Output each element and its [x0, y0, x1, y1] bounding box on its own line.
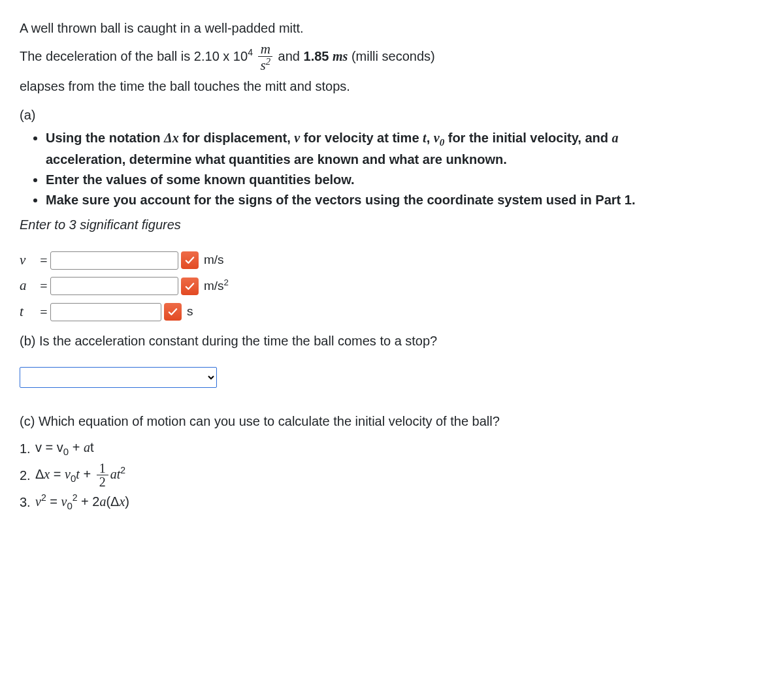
- time-unit-expl: (milli seconds): [348, 49, 434, 63]
- eq2-num: 2.: [20, 466, 35, 485]
- intro-line-3: elapses from the time the ball touches t…: [20, 76, 764, 96]
- bullet-2: Enter the values of some known quantitie…: [46, 170, 764, 189]
- half-fraction: 12: [97, 462, 108, 488]
- eq1-body: v = v0 + at: [35, 437, 94, 460]
- equation-list: 1. v = v0 + at 2. Δx = v0t + 12at2 3. v2…: [20, 437, 764, 514]
- part-b-select[interactable]: [20, 367, 217, 388]
- time-unit: ms: [333, 49, 348, 63]
- fraction-denominator: s2: [258, 56, 272, 72]
- eq3-body: v2 = v02 + 2a(Δx): [35, 491, 129, 513]
- equation-3: 3. v2 = v02 + 2a(Δx): [20, 491, 764, 513]
- part-b-prompt: (b) Is the acceleration constant during …: [20, 331, 764, 351]
- b1-v0: v0: [434, 131, 444, 145]
- bullet-3: Make sure you account for the signs of t…: [46, 191, 764, 210]
- equals-a: =: [38, 276, 50, 296]
- sig-fig-note: Enter to 3 significant figures: [20, 215, 764, 234]
- intro-and: and: [278, 49, 304, 63]
- intro-exponent: 4: [248, 47, 253, 57]
- b1-v: v: [294, 131, 300, 145]
- eq1-num: 1.: [20, 439, 35, 458]
- equals-v: =: [38, 251, 50, 270]
- intro-line-1: A well thrown ball is caught in a well-p…: [20, 18, 764, 38]
- unit-a: m/s2: [204, 276, 229, 296]
- equation-1: 1. v = v0 + at: [20, 437, 764, 460]
- b1-a: a: [612, 131, 619, 145]
- t-input[interactable]: [50, 303, 161, 321]
- input-row-t: t = s: [20, 302, 764, 323]
- b1-pre: Using the notation: [46, 131, 164, 145]
- label-a: a: [20, 276, 38, 296]
- part-b-select-wrap: [20, 366, 764, 388]
- b1-end: acceleration, determine what quantities …: [46, 152, 507, 167]
- equation-2: 2. Δx = v0t + 12at2: [20, 462, 764, 488]
- time-value: 1.85: [304, 49, 333, 63]
- b1-dx: Δx: [164, 131, 179, 145]
- b1-v0b: v: [434, 131, 440, 145]
- part-a-label: (a): [20, 105, 764, 125]
- b1-m4: for the initial velocity, and: [444, 131, 612, 145]
- check-icon[interactable]: [181, 278, 199, 295]
- b1-m3: ,: [427, 131, 434, 145]
- input-row-v: v = m/s: [20, 250, 764, 271]
- a-input[interactable]: [50, 277, 178, 295]
- den-base: s: [260, 57, 265, 73]
- part-c-prompt: (c) Which equation of motion can you use…: [20, 411, 764, 431]
- v-input[interactable]: [50, 251, 178, 270]
- part-a-instructions: Using the notation Δx for displacement, …: [20, 129, 764, 210]
- equals-t: =: [38, 302, 50, 322]
- label-v: v: [20, 250, 38, 271]
- fraction-numerator: m: [258, 42, 272, 56]
- b1-m2: for velocity at time: [300, 131, 423, 145]
- bullet-1: Using the notation Δx for displacement, …: [46, 129, 764, 169]
- b1-m1: for displacement,: [179, 131, 295, 145]
- unit-v: m/s: [204, 251, 224, 270]
- check-icon[interactable]: [164, 303, 182, 321]
- intro-line-2: The deceleration of the ball is 2.10 x 1…: [20, 42, 764, 72]
- check-icon[interactable]: [181, 251, 199, 269]
- unit-a-base: m/s: [204, 279, 224, 293]
- label-t: t: [20, 302, 38, 323]
- intro-decel-text: The deceleration of the ball is 2.10 x 1…: [20, 49, 248, 63]
- problem-statement: A well thrown ball is caught in a well-p…: [20, 18, 764, 96]
- eq3-num: 3.: [20, 492, 35, 512]
- input-row-a: a = m/s2: [20, 276, 764, 296]
- unit-a-exp: 2: [224, 278, 229, 287]
- eq2-body: Δx = v0t + 12at2: [35, 462, 125, 488]
- unit-t: s: [187, 302, 193, 321]
- den-exp: 2: [266, 56, 270, 67]
- unit-fraction: m s2: [258, 42, 272, 72]
